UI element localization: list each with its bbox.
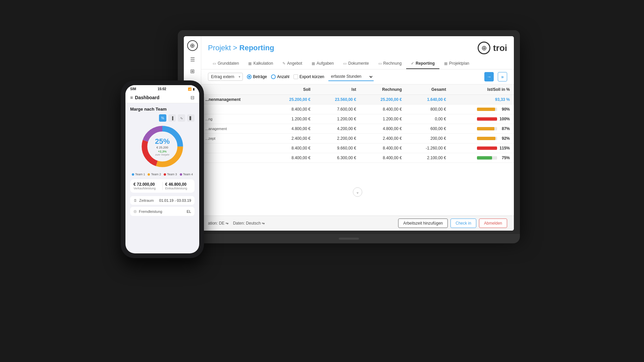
daten-select-wrap: Daten: Deutsch ▼: [233, 221, 265, 226]
pct-label-3: 92%: [499, 136, 510, 141]
chart-ctrl-group-bar[interactable]: ▋: [187, 114, 195, 122]
chart-ctrl-bar[interactable]: ▐: [168, 114, 176, 122]
page-title-highlight: Reporting: [239, 44, 274, 52]
row-rechnung-0: 8.400,00 €: [360, 105, 406, 114]
filter-row: Ertrag extern Beträge Anzah: [201, 69, 514, 84]
stunden-dropdown-wrap: erfasste Stunden: [328, 72, 374, 81]
legend-dot-team2: [148, 173, 150, 176]
progress-bg-1: [477, 117, 497, 121]
nav-button[interactable]: »: [498, 72, 507, 81]
donut-center: 25% € 25.200 +2,3% zum Vorjahr: [155, 137, 170, 156]
table-row: ...zept 2.400,00 € 2.200,00 € 2.400,00 €…: [201, 134, 514, 143]
radio-betraege[interactable]: Beträge: [247, 74, 267, 79]
tab-aufgaben[interactable]: ▦ Aufgaben: [307, 58, 338, 69]
tab-projektplan[interactable]: ▦ Projektplan: [439, 58, 474, 69]
legend-dot-team3: [164, 173, 166, 176]
row-gesamt-0: 800,00 €: [406, 105, 450, 114]
go-button[interactable]: →: [484, 72, 494, 81]
zeitraum-row: 🗓 Zeitraum 01.01.19 - 03.03.19: [130, 196, 195, 205]
progress-fill-3: [477, 137, 495, 140]
ertrag-select-wrap: Ertrag extern: [208, 73, 243, 81]
hamburger-icon[interactable]: ☰: [190, 56, 195, 63]
arbeitszeit-button[interactable]: Arbeitszeit hinzufügen: [398, 219, 448, 228]
abmelden-button[interactable]: Abmelden: [479, 219, 507, 228]
scroll-indicator[interactable]: ⌄: [353, 187, 362, 197]
laptop-notch: [339, 238, 359, 240]
export-checkbox-box: [293, 74, 298, 79]
row-label-0: [201, 105, 269, 114]
row-rechnung-1: 1.200,00 €: [360, 114, 406, 124]
pct-label-2: 87%: [499, 126, 510, 131]
tab-rechnung[interactable]: ▭ Rechnung: [374, 58, 407, 69]
troi-logo-icon: ⊕: [478, 42, 490, 54]
row-rechnung-5: 8.400,00 €: [360, 153, 406, 163]
phone-dashboard-title: Dashboard: [135, 95, 159, 100]
legend-team2: Team 2: [148, 173, 161, 176]
group-rechnung: 25.200,00 €: [360, 95, 406, 105]
metric-einkauf-value: € 46.800,00: [165, 182, 192, 187]
donut-amount-value: € 25.200: [155, 146, 170, 149]
group-ist: 23.560,00 €: [315, 95, 360, 105]
lokation-select-wrap: ation: DE ▼: [208, 221, 229, 226]
progress-bg-2: [477, 127, 497, 130]
marge-section-title: Marge nach Team: [130, 107, 195, 112]
ertrag-select[interactable]: Ertrag extern: [208, 73, 243, 81]
zeitraum-value: 01.01.19 - 03.03.19: [159, 198, 191, 202]
row-soll-4: 8.400,00 €: [269, 143, 315, 153]
grid-icon[interactable]: ⊞: [190, 68, 195, 74]
progress-bg-3: [477, 137, 497, 140]
phone-hamburger-icon[interactable]: ≡: [130, 95, 133, 100]
phone: SIM 15:02 📶 ▮ ≡ Dashboard ⊟ Marge nach T…: [121, 80, 204, 258]
row-soll-5: 8.400,00 €: [269, 153, 315, 163]
legend-team1: Team 1: [132, 173, 145, 176]
phone-status-bar: SIM 15:02 📶 ▮: [125, 85, 199, 92]
row-label-3: ...zept: [201, 134, 269, 143]
progress-fill-5: [477, 156, 492, 160]
metric-verkauf-value: € 72.000,00: [133, 182, 160, 187]
zeitraum-left: 🗓 Zeitraum: [133, 198, 154, 202]
legend-label-team3: Team 3: [167, 173, 177, 176]
donut-growth-label: zum Vorjahr: [155, 153, 170, 156]
angebot-icon: ✎: [282, 61, 285, 66]
tab-reporting[interactable]: ✓ Reporting: [406, 58, 439, 69]
row-soll-3: 2.400,00 €: [269, 134, 315, 143]
progress-bg-4: [477, 146, 497, 150]
laptop-base: [178, 234, 520, 243]
sidebar-logo-icon[interactable]: ⊕: [187, 40, 198, 51]
row-soll-1: 1.200,00 €: [269, 114, 315, 124]
metrics-row: € 72.000,00 Verkaufsleistung € 46.800,00…: [130, 179, 195, 193]
kalkulation-icon: ▦: [248, 61, 252, 66]
legend-dot-team4: [180, 173, 182, 176]
group-pct: 93,33 %: [450, 95, 514, 105]
checkin-button[interactable]: Check in: [450, 219, 476, 228]
table-head: Soll Ist Rechnung Gesamt Ist/Soll in %: [201, 84, 514, 95]
row-soll-0: 8.400,00 €: [269, 105, 315, 114]
row-pct-4: 115%: [450, 143, 514, 153]
row-pct-2: 87%: [450, 124, 514, 134]
chart-ctrl-line[interactable]: ∿: [178, 114, 185, 122]
row-ist-2: 4.200,00 €: [315, 124, 360, 134]
row-pct-3: 92%: [450, 134, 514, 143]
tab-kalkulation[interactable]: ▦ Kalkulation: [244, 58, 278, 69]
tab-angebot[interactable]: ✎ Angebot: [278, 58, 307, 69]
legend-team3: Team 3: [164, 173, 177, 176]
zeitraum-label: Zeitraum: [139, 198, 154, 202]
chart-ctrl-pct[interactable]: %: [159, 114, 166, 122]
table-group-row: ...nenmanagement 25.200,00 € 23.560,00 €…: [201, 95, 514, 105]
table-row: ...ng 1.200,00 € 1.200,00 € 1.200,00 € 0…: [201, 114, 514, 124]
table-body: ...nenmanagement 25.200,00 € 23.560,00 €…: [201, 95, 514, 163]
export-kurzen-checkbox[interactable]: Export kürzen: [293, 74, 324, 79]
tab-dokumente[interactable]: ▭ Dokumente: [338, 58, 373, 69]
group-label: ...nenmanagement: [201, 95, 269, 105]
title-row: Projekt > Reporting ⊕ troi: [208, 42, 507, 54]
radio-anzahl[interactable]: Anzahl: [271, 74, 289, 79]
rechnung-icon: ▭: [378, 61, 382, 66]
legend-dot-team1: [132, 173, 134, 176]
metric-divider: [162, 182, 163, 190]
stunden-dropdown[interactable]: erfasste Stunden: [328, 72, 374, 81]
tab-grunddaten[interactable]: ▭ Grunddaten: [208, 58, 244, 69]
phone-sliders-icon[interactable]: ⊟: [191, 95, 195, 100]
bottom-left: ation: DE ▼ Daten: Deutsch ▼: [208, 221, 265, 226]
group-gesamt: 1.640,00 €: [406, 95, 450, 105]
progress-fill-0: [477, 108, 495, 111]
